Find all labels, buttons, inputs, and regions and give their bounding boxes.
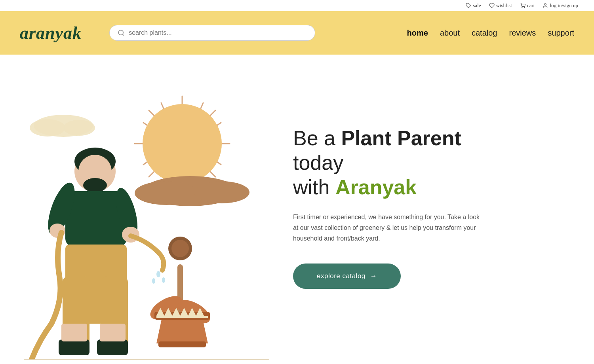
nav-about[interactable]: about <box>440 28 460 38</box>
svg-rect-43 <box>61 324 87 341</box>
svg-point-3 <box>544 4 546 6</box>
svg-point-32 <box>83 178 107 192</box>
nav-support[interactable]: support <box>548 28 574 38</box>
login-link[interactable]: log in/sign up <box>543 2 578 9</box>
svg-point-56 <box>171 240 189 257</box>
wishlist-link[interactable]: wishlist <box>489 2 512 9</box>
top-bar: sale wishlist cart log in/sign up <box>0 0 594 11</box>
login-label: log in/sign up <box>550 2 578 9</box>
svg-point-4 <box>118 30 123 35</box>
cart-link[interactable]: cart <box>520 2 535 9</box>
header: aranyak home about catalog reviews suppo… <box>0 11 594 55</box>
sale-label: sale <box>473 2 481 9</box>
search-wrapper <box>109 25 315 41</box>
svg-point-7 <box>30 119 65 136</box>
sale-link[interactable]: sale <box>466 2 481 9</box>
svg-point-27 <box>135 181 198 205</box>
svg-rect-41 <box>59 339 89 355</box>
nav-catalog[interactable]: catalog <box>472 28 497 38</box>
logo[interactable]: aranyak <box>20 23 82 43</box>
main-nav: home about catalog reviews support <box>407 28 574 38</box>
cart-label: cart <box>527 2 535 9</box>
search-bar <box>109 25 315 41</box>
svg-point-2 <box>524 8 525 8</box>
svg-point-28 <box>194 181 249 203</box>
svg-rect-42 <box>97 339 128 355</box>
svg-rect-58 <box>158 341 206 347</box>
svg-point-46 <box>162 277 165 283</box>
svg-point-1 <box>522 8 522 8</box>
cart-icon <box>520 3 525 8</box>
svg-point-25 <box>143 104 222 183</box>
heart-icon <box>489 3 495 8</box>
explore-catalog-button[interactable]: explore catalog → <box>293 264 401 289</box>
svg-point-8 <box>63 120 95 136</box>
svg-rect-44 <box>100 324 126 341</box>
nav-reviews[interactable]: reviews <box>509 28 536 38</box>
tag-icon <box>466 3 471 8</box>
hero-section: Be a Plant Parent today with Aranyak Fir… <box>0 55 594 360</box>
search-input[interactable] <box>129 29 307 36</box>
search-icon <box>118 29 125 36</box>
nav-home[interactable]: home <box>407 28 428 38</box>
svg-line-5 <box>123 34 124 35</box>
hero-illustration <box>0 55 277 360</box>
hero-description: First timer or experienced, we have some… <box>293 212 483 244</box>
svg-point-45 <box>156 271 160 277</box>
hero-content: Be a Plant Parent today with Aranyak Fir… <box>277 126 515 289</box>
user-icon <box>543 3 548 8</box>
svg-point-47 <box>152 278 155 284</box>
wishlist-label: wishlist <box>496 2 512 9</box>
hero-title: Be a Plant Parent today with Aranyak <box>293 126 491 200</box>
